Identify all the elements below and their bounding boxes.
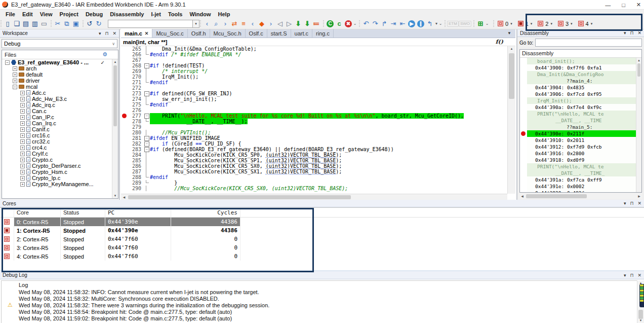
code-line[interactable]: 271#endif <box>121 80 507 85</box>
tree-item-crc32-c[interactable]: +ccrc32.c <box>2 138 112 145</box>
function-list-button[interactable]: f() <box>496 39 503 45</box>
reset-icon[interactable]: C <box>326 19 335 28</box>
disassembly-row[interactable]: PRINT("\nHello, MCAL te <box>520 163 641 170</box>
tree-item-driver[interactable]: +driver <box>2 78 112 84</box>
code-line[interactable]: 285 Mcu_SocKickCore(KICK_CR5_SP1, (uint3… <box>121 158 507 163</box>
restart-icon[interactable]: c <box>335 19 344 28</box>
tree-item-can-c[interactable]: +cCan.c <box>2 108 112 114</box>
overflow-icon[interactable]: ⌄ <box>353 19 357 28</box>
navigate-icon[interactable]: ⇄ <box>230 19 239 28</box>
debug-log-list[interactable]: Log Wed May 08, 2024 11:58:32: INFO: Can… <box>1 280 637 323</box>
gear-icon[interactable]: ⚙ <box>102 51 107 58</box>
log-entry[interactable]: Wed May 08, 2024 11:58:32: MultiCore: Sy… <box>2 295 637 302</box>
column-header-pc[interactable]: PC <box>105 208 171 217</box>
code-line[interactable]: 280 //Mcu_PVTInit(); <box>121 130 507 135</box>
etm-trace-button[interactable]: ETM <box>447 21 459 27</box>
menu-item-disassembly[interactable]: Disassembly <box>106 11 147 18</box>
disassembly-row[interactable]: 0x44'3920: 0x482f <box>520 190 641 193</box>
close-button[interactable]: ✕ <box>636 2 641 8</box>
tree-expander-icon[interactable]: + <box>20 127 25 132</box>
breakpoint-margin[interactable] <box>121 96 128 102</box>
disassembly-row[interactable]: 0x44'3904: 0x4835 <box>520 84 641 91</box>
disassembly-row[interactable]: board_init(); <box>520 58 641 64</box>
tree-item-mcal[interactable]: −mcal <box>2 84 112 90</box>
breakpoint-margin[interactable] <box>121 57 128 63</box>
code-line[interactable]: 290 //Mcu_SocKickCore(KICK_CR5_SX0, (uin… <box>121 186 507 191</box>
pin-icon[interactable]: ⊓ <box>630 201 633 206</box>
chevron-down-icon[interactable]: ▾ <box>550 22 552 26</box>
copy-icon[interactable]: ⧉ <box>62 19 71 28</box>
core-row[interactable]: 0: Cortex-R5Stopped0x44'390e44386 <box>0 218 644 226</box>
breakpoint-margin[interactable] <box>121 180 128 186</box>
breakpoint-margin[interactable] <box>121 63 128 68</box>
core-toggle-button-1[interactable]: 1▾ <box>516 20 535 27</box>
code-line[interactable]: 279 <box>121 124 507 130</box>
fold-toggle-icon[interactable] <box>143 147 150 152</box>
log-entry[interactable]: ⚠Wed May 08, 2024 11:58:32: There were 3… <box>2 302 637 308</box>
code-line[interactable]: 275#endif <box>121 102 507 107</box>
menu-item-file[interactable]: File <box>2 11 19 18</box>
tree-expander-icon[interactable]: + <box>20 139 25 144</box>
code-line[interactable]: 270 IrqM_Init(); <box>121 74 507 80</box>
download-all-icon[interactable]: ⬇ <box>303 19 312 28</box>
code-line[interactable]: 282 if (CoreId == CPU_ID_SF) { <box>121 141 507 147</box>
go-icon[interactable]: ▶ <box>407 19 416 28</box>
save-icon[interactable]: ▤ <box>21 19 30 28</box>
code-line[interactable]: 288#endif <box>121 174 507 180</box>
core-toggle-button-0[interactable]: 0▾ <box>496 20 514 27</box>
chevron-down-icon[interactable]: ▾ <box>510 22 512 26</box>
breakpoint-margin[interactable] <box>121 147 128 152</box>
fold-toggle-icon[interactable] <box>143 113 150 119</box>
tree-item-can-irq-c[interactable]: +cCan_Irq.c <box>2 120 112 126</box>
find-previous-icon[interactable]: ‹ <box>203 19 212 28</box>
step-out-icon[interactable]: ↱ <box>380 19 389 28</box>
previous-bookmark-icon[interactable]: ‹ <box>248 19 257 28</box>
disassembly-horizontal-scrollbar[interactable]: ◀ ▶ <box>519 193 642 199</box>
panel-menu-icon[interactable]: ▾ <box>99 31 101 36</box>
core-toggle-button-3[interactable]: 3▾ <box>556 20 575 27</box>
pin-icon[interactable]: ⊓ <box>630 273 633 278</box>
step-into-icon[interactable]: ⇥ <box>389 19 398 28</box>
breakpoint-margin[interactable] <box>121 74 128 80</box>
stop-debugging-icon[interactable]: ↰ <box>425 19 434 28</box>
disassembly-row[interactable]: 0x44'391a: 0xf7ca 0xff9 <box>520 176 641 183</box>
disassembly-row[interactable]: 0x44'3906: 0xf7cd 0xf95 <box>520 91 641 97</box>
previous-doc-icon[interactable]: ◁ <box>275 19 285 28</box>
tree-item-crypto-ip-c[interactable]: +cCrypto_Ip.c <box>2 175 112 181</box>
search-input[interactable] <box>108 20 193 28</box>
breakpoint-margin[interactable] <box>121 68 128 74</box>
tree-item-can-ip-c[interactable]: +cCan_IP.c <box>2 114 112 120</box>
disassembly-row[interactable]: 0x44'3916: 0x2800 <box>520 150 641 157</box>
tree-expander-icon[interactable]: + <box>20 146 25 150</box>
overflow-icon[interactable]: ⌄ <box>485 19 489 28</box>
paste-icon[interactable]: ▣ <box>71 19 80 28</box>
disassembly-row[interactable]: PRINT("\nHello, MCAL te <box>520 111 641 117</box>
code-line[interactable]: 266#endif /* #ifdef ENABLE_DMA */ <box>121 52 507 57</box>
code-line[interactable]: 267 <box>121 57 507 63</box>
tree-expander-icon[interactable]: − <box>5 60 10 65</box>
maximize-button[interactable]: □ <box>622 2 625 8</box>
code-area[interactable]: 265 Dma_Init(&Dma_ConfigRootTable);266#e… <box>121 46 507 194</box>
disassembly-row[interactable]: 0x44'390a: 0xf7e4 0xf9c <box>520 104 641 111</box>
tree-expander-icon[interactable]: − <box>13 85 17 89</box>
tree-item-cryif-c[interactable]: +cCryIf.c <box>2 151 112 157</box>
fold-toggle-icon[interactable] <box>143 141 150 147</box>
menu-item-window[interactable]: Window <box>186 11 214 18</box>
fold-toggle-icon[interactable] <box>143 135 150 141</box>
configuration-select[interactable]: Debug ∨ <box>2 39 117 48</box>
chevron-down-icon[interactable]: ▾ <box>571 22 573 26</box>
code-line[interactable]: 289 } <box>121 180 507 186</box>
next-doc-icon[interactable]: ▷ <box>285 19 294 28</box>
disassembly-row[interactable]: IrqM_Init(); <box>520 97 641 104</box>
column-header-cycles[interactable]: Cycles <box>171 208 240 217</box>
code-line[interactable]: 287 Mcu_SocKickCore(KICK_CR5_SX1, (uint3… <box>121 169 507 174</box>
code-line[interactable]: 281#ifdef EN_UNIFIED_IMAGE <box>121 135 507 141</box>
disassembly-row[interactable]: ??main_4: <box>520 78 641 84</box>
tree-expander-icon[interactable]: + <box>20 133 25 138</box>
tree-expander-icon[interactable]: + <box>20 103 25 107</box>
tree-item-crc16-c[interactable]: +ccrc16.c <box>2 132 112 138</box>
tree-expander-icon[interactable]: + <box>20 158 25 162</box>
breakpoint-margin[interactable] <box>121 85 128 91</box>
overflow-icon[interactable]: ⌄ <box>438 19 442 28</box>
breakpoint-margin[interactable] <box>121 186 128 191</box>
